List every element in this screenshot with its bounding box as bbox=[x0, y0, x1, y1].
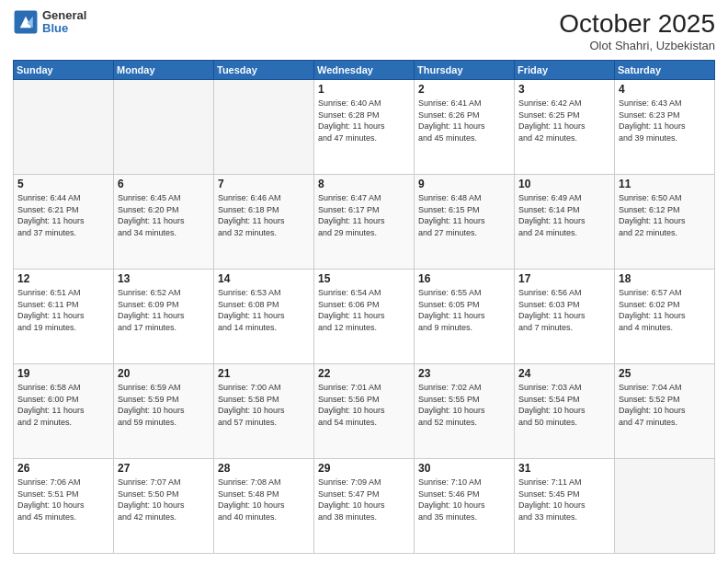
logo-icon bbox=[13, 9, 39, 35]
calendar-day-cell: 8Sunrise: 6:47 AM Sunset: 6:17 PM Daylig… bbox=[314, 175, 415, 270]
day-number: 12 bbox=[17, 272, 109, 285]
day-number: 20 bbox=[118, 367, 210, 380]
day-number: 5 bbox=[17, 178, 109, 190]
day-info: Sunrise: 6:48 AM Sunset: 6:15 PM Dayligh… bbox=[418, 192, 510, 238]
calendar-day-cell: 3Sunrise: 6:42 AM Sunset: 6:25 PM Daylig… bbox=[515, 80, 615, 175]
weekday-header-sunday: Sunday bbox=[14, 61, 114, 80]
calendar-day-cell: 15Sunrise: 6:54 AM Sunset: 6:06 PM Dayli… bbox=[314, 270, 415, 364]
day-info: Sunrise: 7:08 AM Sunset: 5:48 PM Dayligh… bbox=[218, 477, 310, 523]
day-number: 4 bbox=[619, 83, 711, 96]
calendar-day-cell: 31Sunrise: 7:11 AM Sunset: 5:45 PM Dayli… bbox=[515, 459, 615, 554]
day-number: 9 bbox=[418, 178, 510, 190]
day-info: Sunrise: 6:55 AM Sunset: 6:05 PM Dayligh… bbox=[418, 287, 510, 333]
calendar-day-cell: 28Sunrise: 7:08 AM Sunset: 5:48 PM Dayli… bbox=[214, 459, 314, 554]
day-number: 19 bbox=[17, 367, 109, 380]
day-info: Sunrise: 7:03 AM Sunset: 5:54 PM Dayligh… bbox=[518, 382, 610, 428]
logo-blue-text: Blue bbox=[42, 22, 86, 35]
weekday-header-friday: Friday bbox=[515, 61, 615, 80]
month-title: October 2025 bbox=[559, 9, 715, 39]
day-info: Sunrise: 6:51 AM Sunset: 6:11 PM Dayligh… bbox=[17, 287, 109, 333]
calendar-day-cell: 26Sunrise: 7:06 AM Sunset: 5:51 PM Dayli… bbox=[14, 459, 114, 554]
day-number: 16 bbox=[418, 272, 510, 285]
day-info: Sunrise: 6:47 AM Sunset: 6:17 PM Dayligh… bbox=[318, 192, 410, 238]
day-info: Sunrise: 6:50 AM Sunset: 6:12 PM Dayligh… bbox=[619, 192, 711, 238]
calendar-day-cell bbox=[14, 80, 114, 175]
calendar-day-cell: 13Sunrise: 6:52 AM Sunset: 6:09 PM Dayli… bbox=[114, 270, 214, 364]
calendar-week-row: 5Sunrise: 6:44 AM Sunset: 6:21 PM Daylig… bbox=[14, 175, 715, 270]
day-info: Sunrise: 6:42 AM Sunset: 6:25 PM Dayligh… bbox=[518, 98, 610, 144]
day-info: Sunrise: 7:04 AM Sunset: 5:52 PM Dayligh… bbox=[619, 382, 711, 428]
day-number: 13 bbox=[118, 272, 210, 285]
weekday-header-tuesday: Tuesday bbox=[214, 61, 314, 80]
day-number: 2 bbox=[418, 83, 510, 96]
calendar-day-cell: 7Sunrise: 6:46 AM Sunset: 6:18 PM Daylig… bbox=[214, 175, 314, 270]
location-subtitle: Olot Shahri, Uzbekistan bbox=[559, 39, 715, 52]
calendar-day-cell: 11Sunrise: 6:50 AM Sunset: 6:12 PM Dayli… bbox=[615, 175, 715, 270]
day-number: 6 bbox=[118, 178, 210, 190]
day-info: Sunrise: 7:11 AM Sunset: 5:45 PM Dayligh… bbox=[518, 477, 610, 523]
day-info: Sunrise: 6:59 AM Sunset: 5:59 PM Dayligh… bbox=[118, 382, 210, 428]
calendar-day-cell: 24Sunrise: 7:03 AM Sunset: 5:54 PM Dayli… bbox=[515, 364, 615, 459]
day-info: Sunrise: 6:52 AM Sunset: 6:09 PM Dayligh… bbox=[118, 287, 210, 333]
calendar-day-cell: 20Sunrise: 6:59 AM Sunset: 5:59 PM Dayli… bbox=[114, 364, 214, 459]
day-info: Sunrise: 6:53 AM Sunset: 6:08 PM Dayligh… bbox=[218, 287, 310, 333]
calendar-day-cell: 12Sunrise: 6:51 AM Sunset: 6:11 PM Dayli… bbox=[14, 270, 114, 364]
day-number: 18 bbox=[619, 272, 711, 285]
day-info: Sunrise: 6:45 AM Sunset: 6:20 PM Dayligh… bbox=[118, 192, 210, 238]
day-number: 30 bbox=[418, 462, 510, 475]
page-header: General Blue October 2025 Olot Shahri, U… bbox=[13, 9, 715, 52]
day-number: 29 bbox=[318, 462, 410, 475]
logo-general-text: General bbox=[42, 9, 86, 22]
calendar-day-cell: 6Sunrise: 6:45 AM Sunset: 6:20 PM Daylig… bbox=[114, 175, 214, 270]
calendar-day-cell: 2Sunrise: 6:41 AM Sunset: 6:26 PM Daylig… bbox=[415, 80, 515, 175]
logo-text: General Blue bbox=[42, 9, 86, 36]
calendar-header: SundayMondayTuesdayWednesdayThursdayFrid… bbox=[14, 61, 715, 80]
weekday-header-saturday: Saturday bbox=[615, 61, 715, 80]
calendar-day-cell: 4Sunrise: 6:43 AM Sunset: 6:23 PM Daylig… bbox=[615, 80, 715, 175]
day-number: 8 bbox=[318, 178, 410, 190]
calendar-day-cell bbox=[114, 80, 214, 175]
day-number: 31 bbox=[518, 462, 610, 475]
calendar-day-cell: 16Sunrise: 6:55 AM Sunset: 6:05 PM Dayli… bbox=[415, 270, 515, 364]
calendar-day-cell: 21Sunrise: 7:00 AM Sunset: 5:58 PM Dayli… bbox=[214, 364, 314, 459]
day-number: 11 bbox=[619, 178, 711, 190]
calendar-day-cell: 30Sunrise: 7:10 AM Sunset: 5:46 PM Dayli… bbox=[415, 459, 515, 554]
weekday-header-monday: Monday bbox=[114, 61, 214, 80]
logo: General Blue bbox=[13, 9, 86, 36]
day-info: Sunrise: 7:02 AM Sunset: 5:55 PM Dayligh… bbox=[418, 382, 510, 428]
day-number: 27 bbox=[118, 462, 210, 475]
calendar-week-row: 19Sunrise: 6:58 AM Sunset: 6:00 PM Dayli… bbox=[14, 364, 715, 459]
day-info: Sunrise: 7:01 AM Sunset: 5:56 PM Dayligh… bbox=[318, 382, 410, 428]
day-number: 17 bbox=[518, 272, 610, 285]
calendar-day-cell: 17Sunrise: 6:56 AM Sunset: 6:03 PM Dayli… bbox=[515, 270, 615, 364]
day-number: 26 bbox=[17, 462, 109, 475]
day-info: Sunrise: 7:07 AM Sunset: 5:50 PM Dayligh… bbox=[118, 477, 210, 523]
calendar-day-cell: 9Sunrise: 6:48 AM Sunset: 6:15 PM Daylig… bbox=[415, 175, 515, 270]
calendar-day-cell: 1Sunrise: 6:40 AM Sunset: 6:28 PM Daylig… bbox=[314, 80, 415, 175]
day-number: 3 bbox=[518, 83, 610, 96]
calendar-table: SundayMondayTuesdayWednesdayThursdayFrid… bbox=[13, 60, 715, 554]
day-number: 22 bbox=[318, 367, 410, 380]
calendar-week-row: 26Sunrise: 7:06 AM Sunset: 5:51 PM Dayli… bbox=[14, 459, 715, 554]
day-info: Sunrise: 7:06 AM Sunset: 5:51 PM Dayligh… bbox=[17, 477, 109, 523]
calendar-day-cell: 25Sunrise: 7:04 AM Sunset: 5:52 PM Dayli… bbox=[615, 364, 715, 459]
weekday-header-thursday: Thursday bbox=[415, 61, 515, 80]
day-number: 28 bbox=[218, 462, 310, 475]
day-info: Sunrise: 6:44 AM Sunset: 6:21 PM Dayligh… bbox=[17, 192, 109, 238]
day-number: 10 bbox=[518, 178, 610, 190]
day-info: Sunrise: 6:40 AM Sunset: 6:28 PM Dayligh… bbox=[318, 98, 410, 144]
day-number: 15 bbox=[318, 272, 410, 285]
calendar-week-row: 12Sunrise: 6:51 AM Sunset: 6:11 PM Dayli… bbox=[14, 270, 715, 364]
calendar-day-cell: 18Sunrise: 6:57 AM Sunset: 6:02 PM Dayli… bbox=[615, 270, 715, 364]
day-info: Sunrise: 6:46 AM Sunset: 6:18 PM Dayligh… bbox=[218, 192, 310, 238]
calendar-day-cell: 19Sunrise: 6:58 AM Sunset: 6:00 PM Dayli… bbox=[14, 364, 114, 459]
day-number: 25 bbox=[619, 367, 711, 380]
day-info: Sunrise: 6:49 AM Sunset: 6:14 PM Dayligh… bbox=[518, 192, 610, 238]
calendar-day-cell: 22Sunrise: 7:01 AM Sunset: 5:56 PM Dayli… bbox=[314, 364, 415, 459]
calendar-week-row: 1Sunrise: 6:40 AM Sunset: 6:28 PM Daylig… bbox=[14, 80, 715, 175]
day-info: Sunrise: 6:57 AM Sunset: 6:02 PM Dayligh… bbox=[619, 287, 711, 333]
calendar-day-cell bbox=[214, 80, 314, 175]
page-container: General Blue October 2025 Olot Shahri, U… bbox=[0, 0, 728, 563]
day-number: 7 bbox=[218, 178, 310, 190]
calendar-day-cell bbox=[615, 459, 715, 554]
